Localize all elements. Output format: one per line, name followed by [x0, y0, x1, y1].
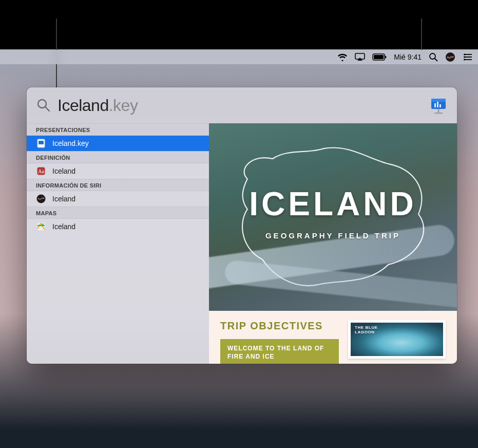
results-category-header: MAPAS [27, 207, 209, 219]
result-item-maps[interactable]: Iceland [27, 219, 209, 234]
spotlight-preview-pane: ICELAND GEOGRAPHY FIELD TRIP TRIP OBJECT… [209, 123, 457, 364]
wifi-icon[interactable] [337, 50, 348, 64]
preview-title: ICELAND [209, 185, 457, 223]
notification-center-icon[interactable] [463, 50, 473, 64]
welcome-banner-line1: WELCOME TO THE LAND OF [227, 345, 324, 352]
result-item-label: Iceland [52, 195, 75, 203]
svg-point-4 [430, 53, 435, 59]
dictionary-icon: Aa [36, 166, 46, 176]
svg-rect-3 [385, 56, 386, 59]
svg-line-5 [435, 59, 437, 61]
svg-point-11 [464, 56, 465, 58]
menu-bar: Mié 9:41 [0, 50, 478, 64]
battery-icon[interactable] [372, 50, 387, 64]
preview-slide-2: TRIP OBJECTIVES WELCOME TO THE LAND OF F… [209, 311, 457, 364]
blue-lagoon-thumbnail: THE BLUE LAGOON [348, 320, 446, 359]
preview-subtitle: GEOGRAPHY FIELD TRIP [209, 231, 457, 240]
airplay-icon[interactable] [355, 50, 365, 64]
svg-rect-20 [438, 109, 439, 113]
svg-text:Aa: Aa [38, 169, 44, 174]
preview-slide-1: ICELAND GEOGRAPHY FIELD TRIP [209, 123, 457, 311]
spotlight-menu-icon[interactable] [429, 50, 438, 64]
welcome-banner: WELCOME TO THE LAND OF FIRE AND ICE [220, 339, 339, 364]
svg-rect-17 [434, 103, 436, 107]
svg-rect-19 [439, 104, 441, 107]
svg-rect-18 [437, 102, 438, 107]
svg-rect-16 [431, 99, 446, 102]
result-item-label: Iceland [52, 222, 75, 231]
svg-point-13 [38, 100, 46, 108]
svg-rect-2 [374, 55, 384, 59]
menu-clock[interactable]: Mié 9:41 [394, 50, 422, 64]
result-item-definition[interactable]: Aa Iceland [27, 163, 209, 179]
svg-point-10 [464, 53, 465, 55]
thumbnail-label: THE BLUE LAGOON [355, 326, 378, 335]
trip-objectives-heading: TRIP OBJECTIVES [220, 320, 339, 332]
result-item-label: Iceland [52, 167, 75, 175]
svg-line-14 [46, 107, 50, 111]
welcome-banner-line2: FIRE AND ICE [227, 353, 275, 360]
search-query-base: Iceland [58, 96, 109, 115]
keynote-app-icon [429, 96, 448, 115]
spotlight-window: Iceland.key PRESENTACIONES Iceland.key [27, 87, 457, 364]
svg-rect-21 [434, 113, 443, 114]
results-category-header: PRESENTACIONES [27, 123, 209, 136]
spotlight-search-input[interactable]: Iceland.key [58, 96, 423, 115]
siri-knowledge-icon [36, 194, 46, 204]
siri-icon[interactable] [445, 50, 455, 64]
spotlight-search-row: Iceland.key [27, 87, 457, 123]
result-item-label: Iceland.key [52, 139, 89, 147]
maps-icon [36, 221, 46, 232]
callout-line-right [421, 18, 422, 54]
result-item-siri-knowledge[interactable]: Iceland [27, 191, 209, 207]
svg-point-12 [464, 59, 465, 60]
spotlight-results-list: PRESENTACIONES Iceland.key DEFINICIÓN Aa… [27, 123, 209, 364]
keynote-doc-icon [36, 138, 46, 148]
svg-point-29 [42, 223, 44, 226]
results-category-header: INFORMACIÓN DE SIRI [27, 179, 209, 191]
result-item-presentation[interactable]: Iceland.key [27, 136, 209, 151]
search-icon [36, 98, 51, 113]
svg-rect-24 [39, 141, 44, 144]
results-category-header: DEFINICIÓN [27, 151, 209, 163]
search-query-suggestion: .key [109, 96, 138, 115]
